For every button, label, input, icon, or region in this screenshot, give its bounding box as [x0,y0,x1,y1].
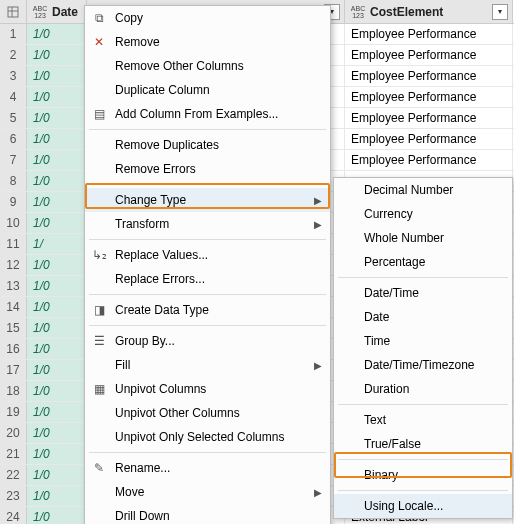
menu-label: Copy [115,11,143,25]
row-number[interactable]: 21 [0,444,27,464]
row-number[interactable]: 4 [0,87,27,107]
cell-date[interactable]: 1/0 [27,297,87,317]
cell-date[interactable]: 1/0 [27,87,87,107]
menu-move[interactable]: Move▶ [85,480,330,504]
menu-whole-number[interactable]: Whole Number [334,226,512,250]
menu-percentage[interactable]: Percentage [334,250,512,274]
menu-date[interactable]: Date [334,305,512,329]
row-number[interactable]: 16 [0,339,27,359]
row-number[interactable]: 18 [0,381,27,401]
row-number[interactable]: 23 [0,486,27,506]
menu-transform[interactable]: Transform▶ [85,212,330,236]
cell-costelement[interactable]: Employee Performance [345,66,513,86]
menu-remove[interactable]: ✕Remove [85,30,330,54]
submenu-arrow-icon: ▶ [314,195,322,206]
row-number[interactable]: 7 [0,150,27,170]
select-all-corner[interactable] [0,0,27,23]
row-number[interactable]: 17 [0,360,27,380]
row-number[interactable]: 13 [0,276,27,296]
menu-text[interactable]: Text [334,408,512,432]
column-header-date[interactable]: ABC123 Date [27,0,87,23]
cell-date[interactable]: 1/0 [27,360,87,380]
cell-date[interactable]: 1/0 [27,213,87,233]
menu-unpivot-other[interactable]: Unpivot Other Columns [85,401,330,425]
menu-remove-other[interactable]: Remove Other Columns [85,54,330,78]
row-number[interactable]: 20 [0,423,27,443]
row-number[interactable]: 6 [0,129,27,149]
cell-costelement[interactable]: Employee Performance [345,108,513,128]
menu-time[interactable]: Time [334,329,512,353]
cell-date[interactable]: 1/0 [27,318,87,338]
menu-binary[interactable]: Binary [334,463,512,487]
menu-drill-down[interactable]: Drill Down [85,504,330,524]
row-number[interactable]: 3 [0,66,27,86]
menu-datetime-timezone[interactable]: Date/Time/Timezone [334,353,512,377]
cell-date[interactable]: 1/0 [27,192,87,212]
menu-truefalse[interactable]: True/False [334,432,512,456]
menu-decimal-number[interactable]: Decimal Number [334,178,512,202]
cell-date[interactable]: 1/0 [27,339,87,359]
menu-duration[interactable]: Duration [334,377,512,401]
cell-costelement[interactable]: Employee Performance [345,45,513,65]
menu-label: Using Locale... [364,499,443,513]
column-header-costelement[interactable]: ABC123 CostElement ▾ [345,0,513,23]
cell-date[interactable]: 1/ [27,234,87,254]
cell-date[interactable]: 1/0 [27,45,87,65]
row-number[interactable]: 5 [0,108,27,128]
menu-datetime[interactable]: Date/Time [334,281,512,305]
menu-copy[interactable]: ⧉Copy [85,6,330,30]
cell-date[interactable]: 1/0 [27,171,87,191]
cell-date[interactable]: 1/0 [27,108,87,128]
cell-costelement[interactable]: Employee Performance [345,129,513,149]
row-number[interactable]: 2 [0,45,27,65]
cell-date[interactable]: 1/0 [27,444,87,464]
row-number[interactable]: 10 [0,213,27,233]
column-context-menu: ⧉Copy ✕Remove Remove Other Columns Dupli… [84,5,331,524]
row-number[interactable]: 19 [0,402,27,422]
cell-date[interactable]: 1/0 [27,24,87,44]
row-number[interactable]: 24 [0,507,27,524]
menu-rename[interactable]: ✎Rename... [85,456,330,480]
row-number[interactable]: 9 [0,192,27,212]
menu-label: Add Column From Examples... [115,107,278,121]
row-number[interactable]: 15 [0,318,27,338]
row-number[interactable]: 8 [0,171,27,191]
menu-label: Unpivot Columns [115,382,206,396]
filter-dropdown-icon[interactable]: ▾ [492,4,508,20]
menu-replace-values[interactable]: ↳₂Replace Values... [85,243,330,267]
menu-remove-duplicates[interactable]: Remove Duplicates [85,133,330,157]
menu-replace-errors[interactable]: Replace Errors... [85,267,330,291]
cell-costelement[interactable]: Employee Performance [345,24,513,44]
menu-using-locale[interactable]: Using Locale... [334,494,512,518]
menu-create-data-type[interactable]: ◨Create Data Type [85,298,330,322]
cell-date[interactable]: 1/0 [27,465,87,485]
menu-unpivot-selected[interactable]: Unpivot Only Selected Columns [85,425,330,449]
cell-date[interactable]: 1/0 [27,255,87,275]
menu-change-type[interactable]: Change Type▶ [85,188,330,212]
cell-date[interactable]: 1/0 [27,66,87,86]
cell-date[interactable]: 1/0 [27,486,87,506]
menu-currency[interactable]: Currency [334,202,512,226]
cell-date[interactable]: 1/0 [27,507,87,524]
row-number[interactable]: 22 [0,465,27,485]
type-any-icon: ABC123 [31,4,49,20]
menu-unpivot[interactable]: ▦Unpivot Columns [85,377,330,401]
menu-group-by[interactable]: ☰Group By... [85,329,330,353]
remove-icon: ✕ [91,34,107,50]
menu-add-from-examples[interactable]: ▤Add Column From Examples... [85,102,330,126]
row-number[interactable]: 11 [0,234,27,254]
row-number[interactable]: 12 [0,255,27,275]
cell-date[interactable]: 1/0 [27,402,87,422]
row-number[interactable]: 1 [0,24,27,44]
cell-costelement[interactable]: Employee Performance [345,150,513,170]
menu-fill[interactable]: Fill▶ [85,353,330,377]
menu-remove-errors[interactable]: Remove Errors [85,157,330,181]
cell-date[interactable]: 1/0 [27,423,87,443]
cell-costelement[interactable]: Employee Performance [345,87,513,107]
row-number[interactable]: 14 [0,297,27,317]
menu-duplicate[interactable]: Duplicate Column [85,78,330,102]
cell-date[interactable]: 1/0 [27,150,87,170]
cell-date[interactable]: 1/0 [27,276,87,296]
cell-date[interactable]: 1/0 [27,129,87,149]
cell-date[interactable]: 1/0 [27,381,87,401]
